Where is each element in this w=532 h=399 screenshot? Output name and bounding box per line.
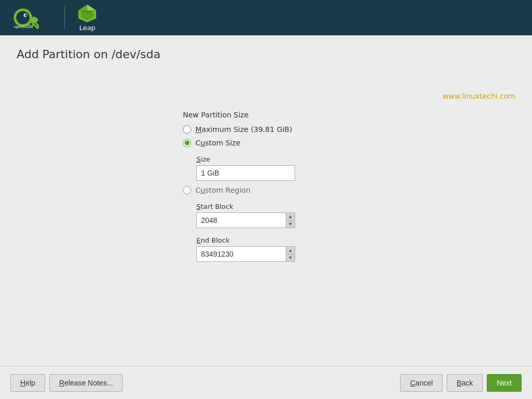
- maximum-size-radio[interactable]: [183, 125, 191, 134]
- end-block-spinner-buttons: ▲ ▼: [286, 246, 295, 262]
- custom-region-option[interactable]: Custom Region: [183, 186, 295, 194]
- custom-region-label: Custom Region: [195, 186, 250, 194]
- end-block-spinner: ▲ ▼: [196, 246, 295, 262]
- svg-line-6: [32, 23, 33, 28]
- next-button[interactable]: Next: [487, 374, 522, 392]
- leap-logo: Leap: [77, 4, 97, 32]
- footer-left: Help Release Notes...: [10, 374, 123, 392]
- maximum-size-option[interactable]: Maximum Size (39.81 GiB): [183, 125, 295, 134]
- release-notes-button[interactable]: Release Notes...: [49, 374, 123, 392]
- end-block-label: End Block: [196, 236, 295, 244]
- custom-size-radio[interactable]: [183, 139, 191, 147]
- end-block-sub-section: End Block ▲ ▼: [196, 236, 295, 262]
- header: openSUSE Leap: [0, 0, 532, 35]
- section-label: New Partition Size: [183, 111, 249, 119]
- back-button[interactable]: Back: [447, 374, 483, 392]
- start-block-spinner-buttons: ▲ ▼: [286, 212, 295, 228]
- custom-size-label: Custom Size: [195, 139, 241, 147]
- end-block-input[interactable]: [196, 246, 286, 262]
- footer-right: Cancel Back Next: [400, 374, 522, 392]
- opensuse-logo: openSUSE: [10, 5, 52, 30]
- custom-size-option[interactable]: Custom Size: [183, 139, 295, 147]
- start-block-down-button[interactable]: ▼: [286, 221, 295, 228]
- header-logo: openSUSE: [10, 5, 52, 30]
- header-divider: [64, 6, 65, 29]
- custom-region-radio[interactable]: [183, 186, 191, 194]
- cancel-button[interactable]: Cancel: [400, 374, 443, 392]
- page-title: Add Partition on /dev/sda: [17, 48, 515, 61]
- start-block-label: Start Block: [196, 203, 295, 210]
- start-block-spinner: ▲ ▼: [196, 212, 295, 228]
- footer: Help Release Notes... Cancel Back Next: [0, 366, 532, 399]
- main-content: Add Partition on /dev/sda www.linuxtechi…: [0, 35, 532, 366]
- start-block-input[interactable]: [196, 212, 286, 228]
- form-section: New Partition Size Maximum Size (39.81 G…: [183, 111, 515, 262]
- end-block-down-button[interactable]: ▼: [286, 255, 295, 262]
- maximum-size-label: Maximum Size (39.81 GiB): [195, 125, 292, 134]
- size-field-label: Size: [196, 155, 295, 163]
- leap-label: Leap: [79, 24, 95, 32]
- start-block-sub-section: Start Block ▲ ▼: [196, 203, 295, 228]
- svg-point-4: [25, 14, 27, 16]
- radio-group: Maximum Size (39.81 GiB) Custom Size Siz…: [183, 125, 295, 262]
- svg-point-1: [16, 11, 30, 24]
- start-block-up-button[interactable]: ▲: [286, 213, 295, 221]
- help-button[interactable]: Help: [10, 374, 45, 392]
- watermark: www.linuxtechi.com: [17, 92, 515, 100]
- end-block-up-button[interactable]: ▲: [286, 247, 295, 255]
- size-input[interactable]: [196, 165, 295, 181]
- leap-diamond-icon: [77, 4, 97, 23]
- size-sub-section: Size: [196, 155, 295, 181]
